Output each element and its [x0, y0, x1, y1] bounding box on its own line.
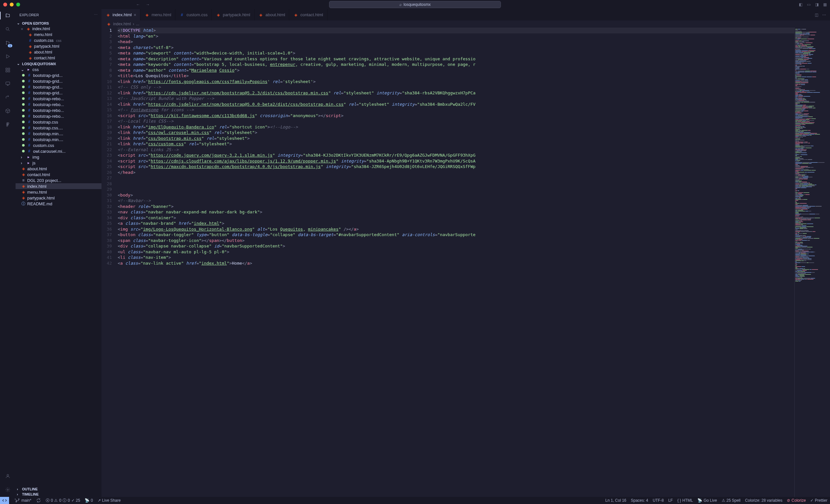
accounts-icon[interactable]	[4, 472, 12, 480]
remote-button[interactable]	[0, 497, 9, 504]
file-item[interactable]: #bootstrap.min....	[15, 131, 101, 136]
layout-sidebar-left-icon[interactable]: ◧	[799, 2, 802, 7]
file-item[interactable]: ≡DGL 203 project...	[15, 178, 101, 183]
cube-icon[interactable]	[4, 107, 12, 115]
git-status-dot	[22, 121, 25, 123]
git-branch[interactable]: main*	[15, 498, 31, 503]
close-icon[interactable]: ×	[21, 27, 23, 31]
open-editor-item[interactable]: ×◈index.html	[15, 26, 101, 32]
indentation[interactable]: Spaces: 4	[631, 498, 648, 503]
chevron-right-icon: ›	[17, 492, 21, 496]
search-activity-icon[interactable]	[4, 25, 12, 33]
html-icon: ◈	[105, 12, 110, 18]
file-item[interactable]: ◈menu.html	[15, 189, 101, 195]
file-item[interactable]: ◈contact.html	[15, 171, 101, 178]
folder-item[interactable]: ⌄▸css	[15, 66, 101, 72]
code-content[interactable]: <!DOCTYPE html><html lang="en"><head><me…	[118, 28, 794, 497]
live-share-icon[interactable]	[4, 93, 12, 101]
editor-tab[interactable]: ◈contact.html	[289, 9, 327, 21]
editor-tab[interactable]: ◈about.html	[255, 9, 290, 21]
layout-customize-icon[interactable]: ▦	[823, 2, 827, 7]
workspace-section[interactable]: ⌄ LOSQUEQUITOSMX	[15, 61, 101, 66]
source-control-icon[interactable]: 1	[4, 39, 12, 47]
code-editor[interactable]: 1234567891011121314151617181920212223242…	[101, 28, 794, 497]
folder-item[interactable]: ›▸img	[15, 154, 101, 160]
file-item[interactable]: #bootstrap-rebo...	[15, 101, 101, 107]
file-item[interactable]: #bootstrap-grid...	[15, 84, 101, 90]
timeline-section[interactable]: › TIMELINE	[15, 492, 101, 497]
open-editors-section[interactable]: ⌄ OPEN EDITORS	[15, 21, 101, 26]
sync-button[interactable]	[36, 498, 41, 503]
file-item[interactable]: ⓘREADME.md	[15, 201, 101, 207]
maximize-window[interactable]	[16, 3, 20, 6]
sidebar-more-icon[interactable]: ⋯	[94, 13, 98, 17]
figma-icon[interactable]	[4, 121, 12, 128]
cursor-position[interactable]: Ln 1, Col 16	[605, 498, 627, 503]
git-status-dot	[22, 97, 25, 100]
close-icon[interactable]: ×	[134, 12, 136, 18]
html-icon: ◈	[258, 12, 264, 18]
tab-label: contact.html	[300, 12, 323, 17]
file-item[interactable]: #bootstrap-rebo...	[15, 107, 101, 113]
open-editor-item[interactable]: ◈about.html	[15, 49, 101, 55]
layout-sidebar-right-icon[interactable]: ◨	[815, 2, 819, 7]
file-item[interactable]: #bootstrap-grid...	[15, 72, 101, 78]
file-item[interactable]: #bootstrap.css....	[15, 125, 101, 131]
activity-bar: 1	[0, 9, 15, 497]
open-editor-item[interactable]: ◈contact.html	[15, 55, 101, 61]
nav-forward-icon[interactable]: →	[146, 2, 150, 7]
live-share[interactable]: ↗ Live Share	[98, 498, 121, 503]
file-item[interactable]: ◈about.html	[15, 166, 101, 171]
nav-back-icon[interactable]: ←	[136, 2, 140, 7]
layout-panel-icon[interactable]: ▭	[807, 2, 810, 7]
more-actions-icon[interactable]: ⋯	[822, 13, 826, 17]
editor-tab[interactable]: ◈partypack.html	[212, 9, 255, 21]
problems[interactable]: ⓧ0 ⚠0 ⓘ0 ✓25	[46, 498, 80, 503]
open-editor-item[interactable]: ◈partypack.html	[15, 43, 101, 49]
tab-label: about.html	[265, 12, 285, 17]
file-item[interactable]: #bootstrap-grid...	[15, 78, 101, 84]
folder-item[interactable]: ›▸js	[15, 160, 101, 166]
minimize-window[interactable]	[10, 3, 13, 6]
editor-tab[interactable]: ◈menu.html	[140, 9, 175, 21]
open-editor-item[interactable]: ◈menu.html	[15, 32, 101, 38]
remote-explorer-icon[interactable]	[4, 80, 12, 88]
run-debug-icon[interactable]	[4, 53, 12, 60]
file-item[interactable]: ◈index.html	[15, 183, 101, 189]
split-editor-icon[interactable]: ◫	[815, 13, 818, 17]
svg-point-0	[6, 28, 9, 30]
minimap[interactable]	[794, 28, 830, 497]
file-item[interactable]: #bootstrap-grid...	[15, 90, 101, 96]
extensions-icon[interactable]	[4, 66, 12, 74]
close-window[interactable]	[3, 3, 7, 6]
editor-tab[interactable]: #custom.css	[175, 9, 212, 21]
file-item[interactable]: #bootstrap-rebo...	[15, 96, 101, 101]
go-live[interactable]: 📡Go Live	[697, 498, 717, 503]
file-item[interactable]: #bootstrap.min....	[15, 136, 101, 143]
command-center[interactable]: ⌕ losquequitosmx	[329, 1, 501, 8]
encoding[interactable]: UTF-8	[653, 498, 664, 503]
file-label: owl.carousel.mi...	[33, 149, 65, 154]
eol[interactable]: LF	[668, 498, 673, 503]
language-mode[interactable]: { }HTML	[677, 498, 693, 503]
prettier[interactable]: ✓Prettier	[810, 498, 827, 503]
outline-section[interactable]: › OUTLINE	[15, 486, 101, 492]
file-item[interactable]: #owl.carousel.mi...	[15, 148, 101, 154]
spell-check[interactable]: ⚠25 Spell	[722, 498, 740, 503]
colorize-vars[interactable]: Colorize: 28 variables	[745, 498, 783, 503]
file-item[interactable]: ◈partypack.html	[15, 195, 101, 201]
port-forward[interactable]: 📡0	[85, 498, 93, 503]
sidebar-title: EXPLORER	[20, 13, 39, 17]
open-editor-item[interactable]: #custom.csscss	[15, 38, 101, 43]
file-item[interactable]: #bootstrap.css	[15, 119, 101, 125]
css-icon: #	[27, 131, 32, 136]
file-label: js	[32, 161, 35, 165]
editor-tab[interactable]: ◈index.html×	[101, 9, 140, 21]
breadcrumb[interactable]: ◈ index.html › ...	[101, 21, 830, 28]
section-label: LOSQUEQUITOSMX	[22, 62, 56, 66]
colorize-button[interactable]: ⊘Colorize	[787, 498, 806, 503]
file-item[interactable]: #bootstrap-rebo...	[15, 113, 101, 119]
file-item[interactable]: #custom.css	[15, 143, 101, 148]
settings-gear-icon[interactable]	[4, 486, 12, 494]
explorer-icon[interactable]	[4, 12, 12, 20]
